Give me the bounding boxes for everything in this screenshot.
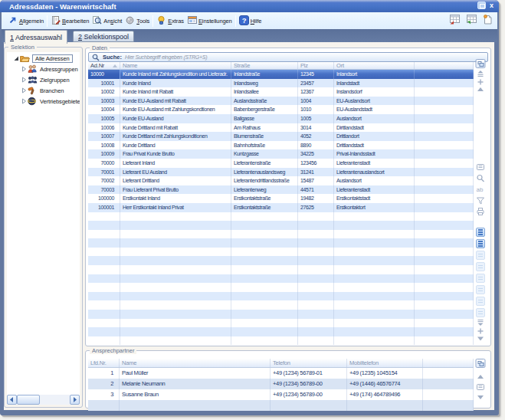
table-row[interactable]: 10008Kunde DrittlandBahnhofstraße8890Dri…: [88, 141, 474, 150]
table-row-empty[interactable]: [88, 221, 474, 230]
table-row-empty[interactable]: [88, 300, 474, 310]
tree-item-adressgruppen[interactable]: Adressgruppen: [7, 64, 80, 74]
layout-placeholder-icon[interactable]: [476, 274, 485, 283]
chevron-up-icon[interactable]: [477, 87, 484, 92]
expander-icon[interactable]: [21, 77, 27, 83]
layout-rows-icon-2[interactable]: [476, 239, 485, 248]
tree-hscrollbar[interactable]: [7, 395, 80, 405]
search-small-icon[interactable]: [477, 174, 485, 182]
table-row[interactable]: 10009Frau Privat Kunde BruttoKuntzgasse3…: [88, 149, 474, 159]
print-icon[interactable]: [476, 208, 485, 215]
menu-einstellungen[interactable]: Einstellungen: [185, 13, 234, 28]
table-row-empty[interactable]: [88, 336, 474, 346]
column-chooser-icon[interactable]: [476, 59, 486, 68]
triangle-up-icon[interactable]: [477, 375, 484, 379]
table-row[interactable]: 70001Lieferant EU AuslandLieferantenausl…: [88, 168, 474, 177]
scroll-right-icon[interactable]: [70, 395, 80, 405]
table-row-empty[interactable]: [88, 256, 474, 265]
search-bar[interactable]: Suche: Hier Suchbegriff eingeben (STRG+S…: [88, 52, 488, 62]
table-export-icon[interactable]: [448, 14, 461, 25]
column-header-adnr[interactable]: Ad.Nr: [88, 62, 120, 69]
table-row[interactable]: 100000Erstkontakt InlandErstkontaktstraß…: [88, 194, 474, 203]
tree-item-branchen[interactable]: Branchen: [7, 85, 80, 96]
menu-ansicht[interactable]: Ansicht: [90, 13, 123, 28]
table-row-empty[interactable]: [88, 274, 474, 284]
table-row-empty[interactable]: [88, 265, 474, 274]
tree-item-zielgruppen[interactable]: Zielgruppen: [7, 74, 80, 85]
expander-icon[interactable]: [21, 66, 27, 72]
menu-hilfe[interactable]: ?Hilfe: [238, 13, 264, 28]
table-row[interactable]: 10005Kunde EU-AuslandBallgasse1005Auslan…: [88, 114, 474, 123]
menu-tools[interactable]: Tools: [123, 13, 151, 28]
table-row[interactable]: 70002Lieferant DrittlandLieferantendritt…: [88, 176, 474, 185]
table-row-empty[interactable]: [88, 327, 474, 336]
table-row[interactable]: 100001Herr Erstkontakt Inland PrivatErst…: [88, 203, 474, 212]
table-row-empty[interactable]: [88, 292, 474, 301]
column-chooser-icon[interactable]: [476, 359, 486, 368]
table-row[interactable]: 10000Kunde Inland mit Zahlungskondition …: [88, 70, 474, 79]
column-header-plz[interactable]: Plz: [298, 62, 334, 69]
restore-icon[interactable]: [477, 2, 486, 9]
table-row-empty[interactable]: [88, 248, 474, 257]
card-view-icon[interactable]: [476, 163, 485, 171]
expander-icon[interactable]: [13, 55, 19, 61]
tree-item-alle-adressen[interactable]: Alle Adressen: [7, 53, 80, 64]
triangle-down-icon[interactable]: [477, 395, 484, 399]
layout-placeholder-icon[interactable]: [476, 308, 485, 317]
table-row[interactable]: 10007Kunde Drittland mit Zahlungskonditi…: [88, 132, 474, 141]
new-document-icon[interactable]: [482, 14, 493, 25]
address-table-header[interactable]: Ad.NrNameStraßePlzOrt: [88, 62, 474, 70]
tab-selektionspool[interactable]: 2 Selektionspool: [73, 31, 134, 42]
menu-extras[interactable]: Extras: [155, 13, 185, 28]
tab-adressauswahl[interactable]: 1 Adressauswahl: [5, 30, 67, 44]
table-row-empty[interactable]: [88, 230, 474, 239]
column-header-lfdnr[interactable]: Lfd.Nr.: [88, 359, 120, 367]
layout-placeholder-icon[interactable]: [476, 297, 485, 306]
menu-allgemein[interactable]: Allgemein: [6, 13, 45, 28]
layout-placeholder-icon[interactable]: [476, 285, 485, 294]
plus-icon-bottom[interactable]: [477, 328, 484, 334]
menu-bearbeiten[interactable]: Bearbeiten: [49, 13, 90, 28]
close-icon[interactable]: x: [490, 2, 494, 9]
table-row-empty[interactable]: [88, 310, 474, 319]
table-row-empty[interactable]: [88, 319, 474, 328]
contact-row-empty[interactable]: [88, 400, 474, 411]
column-header-telefon[interactable]: Telefon: [271, 359, 347, 367]
layout-placeholder-icon[interactable]: [476, 262, 485, 271]
scroll-left-icon[interactable]: [7, 395, 17, 405]
table-row-empty[interactable]: [88, 238, 474, 248]
contacts-table-header[interactable]: Lfd.Nr.NameTelefonMobiltelefon: [88, 359, 474, 368]
column-header-mobiltelefon[interactable]: Mobiltelefon: [347, 359, 423, 367]
sort-ab-icon[interactable]: ab: [477, 185, 485, 193]
plus-icon[interactable]: [477, 79, 484, 85]
chevron-down-lines-icon[interactable]: [477, 320, 484, 326]
expander-icon[interactable]: [21, 98, 27, 104]
expander-icon[interactable]: [21, 87, 27, 94]
table-row-empty[interactable]: [88, 212, 474, 221]
contact-row[interactable]: 1Paul Müller+49 (1234) 56789-01+49 (1235…: [88, 368, 474, 379]
table-import-icon[interactable]: [465, 14, 478, 25]
filter-icon[interactable]: [477, 197, 485, 205]
layout-placeholder-icon[interactable]: [476, 251, 485, 260]
chevron-down-icon[interactable]: [477, 336, 484, 341]
column-header-name[interactable]: Name: [120, 62, 231, 69]
table-row-empty[interactable]: [88, 283, 474, 292]
column-header-name[interactable]: Name: [120, 359, 271, 367]
column-header-ort[interactable]: Ort: [334, 62, 415, 69]
contact-row[interactable]: 2Melanie Neumann+49 (1234) 56789-00+49 (…: [88, 379, 474, 389]
table-row[interactable]: 10002Kunde Inland mit RabattInlandsallee…: [88, 87, 474, 97]
contact-row[interactable]: 3Susanne Braun+49 (1234) 56789-00+49 (17…: [88, 389, 474, 400]
table-row[interactable]: 70000Lieferant InlandLieferantenstraße12…: [88, 159, 474, 168]
table-row[interactable]: 10006Kunde Drittland mit RabattAm Rathau…: [88, 123, 474, 133]
scroll-lines-up-icon[interactable]: [477, 71, 484, 77]
table-row[interactable]: 10004Kunde EU-Ausland mit Zahlungskondti…: [88, 105, 474, 114]
table-row[interactable]: 70003Frau Lieferant Privat BruttoLiefera…: [88, 185, 474, 195]
scroll-thumb[interactable]: [17, 395, 40, 405]
card-view-icon[interactable]: [476, 383, 485, 391]
table-row[interactable]: 10001Kunde InlandInlandsweg23457Inlandst…: [88, 79, 474, 88]
search-input[interactable]: Hier Suchbegriff eingeben (STRG+S): [125, 54, 207, 60]
tree-item-vertriebsgebiete[interactable]: Vertriebsgebiete: [7, 96, 80, 107]
layout-rows-icon[interactable]: [476, 228, 485, 237]
column-header-strae[interactable]: Straße: [231, 62, 298, 69]
table-row[interactable]: 10003Kunde EU-Ausland mit RabattAuslands…: [88, 97, 474, 106]
